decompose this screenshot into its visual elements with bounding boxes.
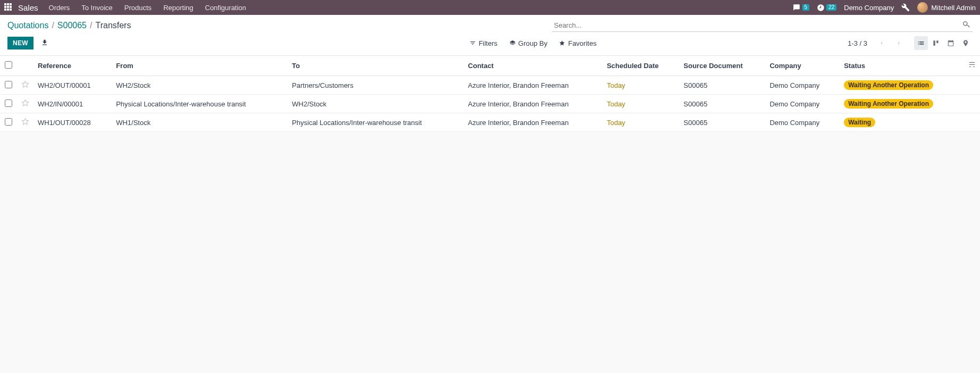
row-checkbox[interactable] <box>5 118 12 126</box>
breadcrumb-current: Transfers <box>95 21 131 30</box>
table-row[interactable]: WH1/OUT/00028WH1/StockPhysical Locations… <box>0 113 980 132</box>
debug-icon[interactable] <box>901 3 910 12</box>
search-box <box>552 19 973 32</box>
th-scheduled-date[interactable]: Scheduled Date <box>602 56 679 76</box>
cell-scheduled-date: Today <box>602 95 679 113</box>
new-button[interactable]: NEW <box>7 37 33 49</box>
layers-icon <box>509 40 516 46</box>
cell-contact: Azure Interior, Brandon Freeman <box>464 95 602 113</box>
cell-status: Waiting Another Operation <box>840 76 964 95</box>
menu-configuration[interactable]: Configuration <box>205 4 246 12</box>
sliders-icon <box>968 61 976 69</box>
row-star[interactable] <box>21 101 29 109</box>
th-company[interactable]: Company <box>765 56 840 76</box>
table-row[interactable]: WH2/OUT/00001WH2/StockPartners/Customers… <box>0 76 980 95</box>
messages-button[interactable]: 5 <box>792 4 810 11</box>
table-header-row: Reference From To Contact Scheduled Date… <box>0 56 980 76</box>
breadcrumb: Quotations / S00065 / Transfers <box>7 21 131 30</box>
chat-icon <box>792 4 801 11</box>
cell-source-document: S00065 <box>680 113 766 132</box>
cell-to: Partners/Customers <box>288 76 464 95</box>
select-all-checkbox[interactable] <box>5 61 12 69</box>
cell-from: WH2/Stock <box>112 76 288 95</box>
cell-status: Waiting <box>840 113 964 132</box>
list-icon <box>917 39 925 47</box>
cell-contact: Azure Interior, Brandon Freeman <box>464 76 602 95</box>
menu-products[interactable]: Products <box>124 4 152 12</box>
pager-next[interactable] <box>893 37 904 49</box>
cell-contact: Azure Interior, Brandon Freeman <box>464 113 602 132</box>
download-icon <box>41 39 48 46</box>
app-brand[interactable]: Sales <box>18 3 38 12</box>
row-checkbox[interactable] <box>5 81 12 88</box>
row-star[interactable] <box>21 82 29 90</box>
cell-from: WH1/Stock <box>112 113 288 132</box>
search-icon[interactable] <box>962 20 970 29</box>
cell-reference: WH1/OUT/00028 <box>33 113 112 132</box>
kanban-icon <box>932 39 940 47</box>
cell-from: Physical Locations/Inter-warehouse trans… <box>112 95 288 113</box>
main-menu: Orders To Invoice Products Reporting Con… <box>49 4 246 12</box>
cell-reference: WH2/IN/00001 <box>33 95 112 113</box>
row-checkbox[interactable] <box>5 100 12 107</box>
view-kanban[interactable] <box>929 36 943 50</box>
cell-source-document: S00065 <box>680 95 766 113</box>
activities-badge: 22 <box>826 4 836 11</box>
activities-button[interactable]: 22 <box>817 4 836 12</box>
cell-status: Waiting Another Operation <box>840 95 964 113</box>
cell-scheduled-date: Today <box>602 76 679 95</box>
view-map[interactable] <box>959 36 973 50</box>
breadcrumb-quotations[interactable]: Quotations <box>7 21 48 30</box>
table-row[interactable]: WH2/IN/00001Physical Locations/Inter-war… <box>0 95 980 113</box>
th-contact[interactable]: Contact <box>464 56 602 76</box>
cell-scheduled-date: Today <box>602 113 679 132</box>
transfers-table: Reference From To Contact Scheduled Date… <box>0 56 980 132</box>
groupby-button[interactable]: Group By <box>509 39 548 47</box>
pager[interactable]: 1-3 / 3 <box>848 39 867 47</box>
th-optional-columns[interactable] <box>964 56 980 76</box>
th-source-document[interactable]: Source Document <box>680 56 766 76</box>
th-status[interactable]: Status <box>840 56 964 76</box>
cell-to: WH2/Stock <box>288 95 464 113</box>
menu-reporting[interactable]: Reporting <box>163 4 193 12</box>
row-star[interactable] <box>21 119 29 127</box>
breadcrumb-order[interactable]: S00065 <box>57 21 87 30</box>
cell-company: Demo Company <box>765 76 840 95</box>
apps-icon[interactable] <box>4 3 13 12</box>
favorites-button[interactable]: Favorites <box>559 39 596 47</box>
menu-orders[interactable]: Orders <box>49 4 70 12</box>
view-calendar[interactable] <box>944 36 958 50</box>
cell-reference: WH2/OUT/00001 <box>33 76 112 95</box>
messages-badge: 5 <box>802 4 810 11</box>
download-button[interactable] <box>41 39 48 48</box>
menu-to-invoice[interactable]: To Invoice <box>81 4 113 12</box>
pin-icon <box>962 39 969 47</box>
funnel-icon <box>470 40 476 46</box>
th-reference[interactable]: Reference <box>33 56 112 76</box>
top-nav: Sales Orders To Invoice Products Reporti… <box>0 0 980 15</box>
control-panel: Quotations / S00065 / Transfers NEW Filt… <box>0 15 980 56</box>
chevron-right-icon <box>896 40 901 46</box>
search-input[interactable] <box>552 19 973 32</box>
company-switcher[interactable]: Demo Company <box>844 4 894 12</box>
view-list[interactable] <box>914 36 928 50</box>
chevron-left-icon <box>879 40 884 46</box>
th-to[interactable]: To <box>288 56 464 76</box>
calendar-icon <box>947 39 954 47</box>
cell-company: Demo Company <box>765 95 840 113</box>
cell-source-document: S00065 <box>680 76 766 95</box>
pager-prev[interactable] <box>876 37 887 49</box>
user-menu[interactable]: Mitchell Admin <box>917 2 976 13</box>
cell-company: Demo Company <box>765 113 840 132</box>
avatar <box>917 2 928 13</box>
clock-icon <box>817 4 825 12</box>
filters-button[interactable]: Filters <box>470 39 497 47</box>
user-name: Mitchell Admin <box>931 4 976 12</box>
th-from[interactable]: From <box>112 56 288 76</box>
star-icon <box>559 40 565 46</box>
cell-to: Physical Locations/Inter-warehouse trans… <box>288 113 464 132</box>
